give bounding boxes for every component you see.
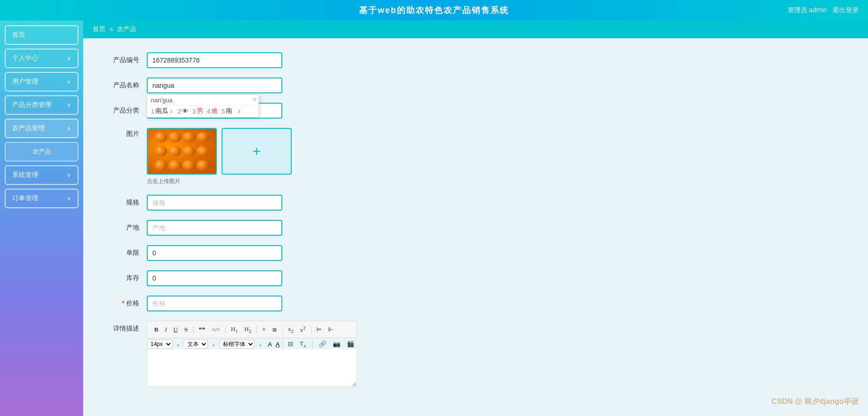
- origin-row: 产地: [102, 220, 485, 236]
- format-select[interactable]: 文本: [184, 339, 208, 349]
- description-textarea[interactable]: [147, 349, 357, 387]
- sidebar-sys-label: 系统管理: [12, 171, 38, 179]
- toolbar-sub-button[interactable]: x2: [286, 324, 296, 335]
- font-family-arrow: ⌄: [258, 341, 263, 347]
- sidebar-farm-label: 农产品管理: [12, 124, 45, 133]
- ime-candidate-1[interactable]: 1 南瓜🌡: [151, 107, 174, 115]
- limit-row: 单限: [102, 245, 485, 261]
- chevron-down-icon: ∨: [67, 55, 71, 62]
- pumpkin-image: [148, 129, 216, 174]
- sidebar-item-sys-mgmt[interactable]: 系统管理 ∨: [5, 165, 79, 185]
- toolbar-italic-button[interactable]: I: [163, 325, 169, 334]
- font-color-label: A: [268, 341, 272, 348]
- toolbar-clear-format[interactable]: Tx: [297, 339, 308, 349]
- toolbar-separator: [257, 326, 257, 333]
- toolbar-sup-button[interactable]: x2: [298, 324, 308, 335]
- toolbar-separator: [312, 340, 313, 348]
- product-name-input[interactable]: [147, 78, 282, 93]
- sidebar-user-label: 用户管理: [12, 78, 38, 86]
- breadcrumb: 首页 ≡ 农产品: [83, 21, 868, 38]
- toolbar-h2-button[interactable]: H2: [242, 324, 254, 335]
- header: 基于web的助农特色农产品销售系统 管理员 admin 退出登录: [0, 0, 868, 21]
- sidebar-home-label: 首页: [12, 31, 25, 39]
- toolbar-underline-button[interactable]: U: [171, 325, 180, 334]
- header-user-area: 管理员 admin 退出登录: [788, 6, 859, 14]
- font-family-select[interactable]: 标楷字体: [219, 339, 255, 349]
- sidebar-item-home[interactable]: 首页: [5, 25, 79, 45]
- chevron-down-icon: ∨: [67, 172, 71, 178]
- origin-label: 产地: [102, 220, 139, 232]
- product-id-row: 产品编号: [102, 52, 485, 68]
- main-content: 首页 ≡ 农产品 产品编号 产品名称 nan'gua 1: [83, 21, 868, 416]
- ime-close-button[interactable]: ×: [253, 96, 257, 103]
- sidebar-item-profile[interactable]: 个人中心 ∨: [5, 49, 79, 68]
- product-id-input[interactable]: [147, 52, 282, 68]
- chevron-down-icon: ∨: [67, 195, 71, 202]
- image-upload-container: +: [147, 128, 292, 175]
- price-row: 价格: [102, 296, 485, 311]
- stock-input[interactable]: [147, 270, 282, 286]
- image-row: 图片: [102, 128, 485, 185]
- toolbar-link-button[interactable]: 🔗: [316, 339, 329, 349]
- sidebar: 首页 个人中心 ∨ 用户管理 ∨ 产品分类管理 ∨ 农产品管理 ∧ 农产品 系统…: [0, 21, 83, 416]
- sidebar-farm-product-label: 农产品: [33, 148, 51, 156]
- breadcrumb-current: 农产品: [117, 25, 136, 34]
- toolbar-separator: [225, 326, 226, 333]
- toolbar-h1-button[interactable]: H1: [229, 324, 240, 335]
- spec-label: 规格: [102, 195, 139, 207]
- ime-next-arrow[interactable]: ›: [238, 107, 240, 115]
- image-label: 图片: [102, 128, 139, 138]
- toolbar-separator: [282, 340, 283, 348]
- ime-candidate-4[interactable]: 4 难: [207, 107, 218, 115]
- sidebar-item-farm-product[interactable]: 农产品: [5, 142, 79, 162]
- sidebar-item-farm-mgmt[interactable]: 农产品管理 ∧: [5, 119, 79, 138]
- sidebar-order-label: 订单管理: [12, 194, 38, 203]
- rich-text-toolbar: B I U S ❝❝ </> H1 H2 ≡ ≣ x2: [147, 321, 357, 338]
- sidebar-item-order-mgmt[interactable]: 订单管理 ∨: [5, 189, 79, 208]
- toolbar-quote-button[interactable]: ❝❝: [196, 325, 208, 334]
- toolbar-bold-button[interactable]: B: [152, 325, 161, 334]
- main-layout: 首页 个人中心 ∨ 用户管理 ∨ 产品分类管理 ∨ 农产品管理 ∧ 农产品 系统…: [0, 21, 868, 416]
- image-add-button[interactable]: +: [222, 128, 292, 175]
- ime-candidate-5[interactable]: 5 南: [222, 107, 232, 115]
- chevron-down-icon: ∨: [67, 78, 71, 85]
- toolbar-video-button[interactable]: 🎬: [344, 339, 357, 349]
- product-id-label: 产品编号: [102, 52, 139, 64]
- spec-input[interactable]: [147, 195, 282, 211]
- toolbar-indent-button[interactable]: ⊨: [314, 325, 324, 334]
- toolbar-ul-button[interactable]: ≣: [270, 325, 280, 334]
- price-input[interactable]: [147, 296, 282, 311]
- breadcrumb-home[interactable]: 首页: [93, 25, 106, 34]
- format-arrow: ⌄: [211, 341, 216, 347]
- ime-candidates: 1 南瓜🌡 2 👁 3 男 4 难: [151, 107, 255, 115]
- ime-candidate-2[interactable]: 2 👁: [178, 107, 188, 115]
- ime-dropdown: nan'gua 1 南瓜🌡 2 👁 3 男: [147, 94, 259, 118]
- ime-pinyin: nan'gua: [151, 97, 255, 106]
- font-size-select[interactable]: 14px: [147, 339, 172, 349]
- toolbar-image-button[interactable]: 📷: [330, 339, 343, 349]
- toolbar-ol-button[interactable]: ≡: [260, 325, 268, 334]
- sidebar-category-label: 产品分类管理: [12, 101, 51, 109]
- limit-label: 单限: [102, 245, 139, 257]
- toolbar-code-button[interactable]: </>: [209, 325, 222, 334]
- font-size-arrow: ⌄: [176, 341, 180, 347]
- toolbar-outdent-button[interactable]: ⊩: [326, 325, 336, 334]
- origin-input[interactable]: [147, 220, 282, 236]
- chevron-up-icon: ∧: [67, 125, 71, 132]
- toolbar-separator: [282, 326, 283, 333]
- logout-button[interactable]: 退出登录: [832, 6, 859, 14]
- limit-input[interactable]: [147, 245, 282, 261]
- sidebar-item-category-mgmt[interactable]: 产品分类管理 ∨: [5, 95, 79, 115]
- toolbar-strikethrough-button[interactable]: S: [182, 325, 190, 334]
- stock-label: 库存: [102, 270, 139, 282]
- product-name-label: 产品名称: [102, 78, 139, 90]
- image-upload-area: + 点击上传图片: [147, 128, 292, 185]
- ime-candidate-3[interactable]: 3 男: [192, 107, 203, 115]
- sidebar-profile-label: 个人中心: [12, 54, 38, 63]
- image-preview: [147, 128, 217, 175]
- toolbar-align-left[interactable]: ⊟: [286, 339, 295, 349]
- stock-row: 库存: [102, 270, 485, 286]
- description-label: 详情描述: [102, 321, 139, 333]
- toolbar-separator: [311, 326, 311, 333]
- sidebar-item-user-mgmt[interactable]: 用户管理 ∨: [5, 72, 79, 92]
